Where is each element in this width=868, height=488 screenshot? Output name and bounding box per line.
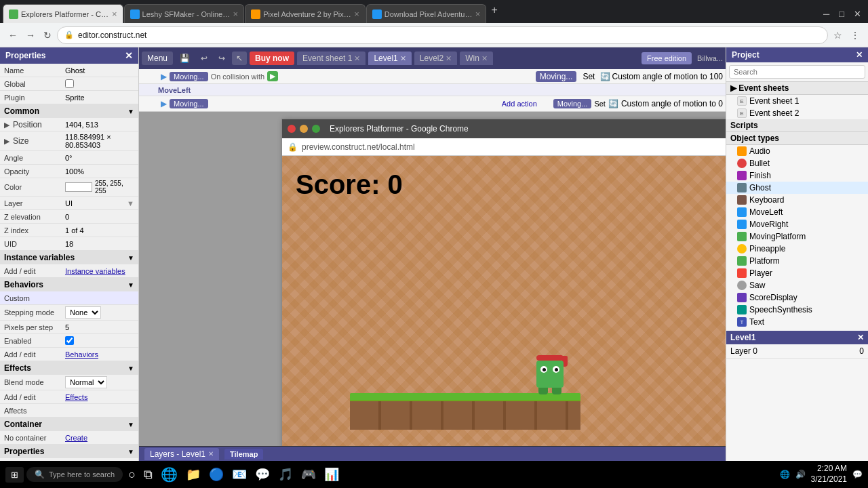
moving-badge-action[interactable]: Moving... (536, 71, 577, 82)
blend-mode-select[interactable]: Normal (65, 376, 107, 388)
browser-more[interactable]: ⋮ (848, 28, 863, 42)
window-min-btn[interactable] (300, 125, 308, 133)
instance-variables-link[interactable]: Instance variables (65, 267, 134, 275)
toolbar-pointer[interactable]: ↖ (232, 52, 247, 65)
effects-section[interactable]: Effects ▼ (0, 361, 138, 375)
free-edition-button[interactable]: Free edition (642, 52, 692, 64)
taskbar-app-8[interactable]: 📊 (321, 466, 342, 483)
color-swatch[interactable] (65, 182, 92, 192)
event-sheets-section[interactable]: ▶ Event sheets (726, 82, 868, 95)
win-tab-close[interactable]: ✕ (481, 54, 488, 63)
tree-player[interactable]: Player (726, 267, 868, 279)
toolbar-undo[interactable]: ↩ (197, 52, 212, 65)
collision-sprite[interactable]: ▶ (267, 71, 278, 81)
moving-badge-3[interactable]: Moving... (553, 99, 592, 108)
taskbar-app-4[interactable]: 📧 (229, 466, 250, 483)
project-search-input[interactable] (729, 65, 865, 79)
taskbar-edge[interactable]: 🔵 (206, 466, 226, 483)
level1-panel-close[interactable]: ✕ (857, 333, 864, 342)
browser-tab-1[interactable]: Leshy SFMaker - Online Sound ... × (124, 4, 245, 23)
taskbar-app-5[interactable]: 💬 (252, 466, 273, 483)
tree-bullet[interactable]: Bullet (726, 157, 868, 169)
tree-ghost[interactable]: Ghost (726, 182, 868, 194)
tab-level1[interactable]: Level1 ✕ (368, 52, 411, 65)
moving-badge-1[interactable]: Moving... (170, 72, 208, 81)
buy-now-button[interactable]: Buy now (250, 52, 294, 65)
window-max-btn[interactable] (312, 125, 320, 133)
browser-back[interactable]: ← (5, 28, 20, 42)
layer-dropdown-icon[interactable]: ▼ (127, 199, 134, 207)
layers-tab[interactable]: Layers - Level1 ✕ (144, 448, 219, 460)
tab-close-3[interactable]: × (475, 9, 481, 19)
taskbar-network-icon[interactable]: 🌐 (780, 470, 790, 479)
browser-maximize[interactable]: □ (835, 7, 848, 20)
taskbar-start-button[interactable]: ⊞ (5, 467, 24, 483)
behaviors-section[interactable]: Behaviors ▼ (0, 278, 138, 291)
scripts-section[interactable]: Scripts (726, 119, 868, 132)
browser-minimize[interactable]: ─ (819, 7, 833, 20)
level1-tab-close[interactable]: ✕ (400, 54, 406, 63)
window-close-btn[interactable] (288, 125, 296, 133)
taskbar-task-view[interactable]: ⧉ (141, 466, 155, 483)
taskbar-notification-icon[interactable]: 💬 (852, 470, 863, 479)
taskbar-app-6[interactable]: 🎵 (275, 466, 296, 483)
browser-forward[interactable]: → (23, 28, 38, 42)
ide-menu-button[interactable]: Menu (142, 52, 173, 65)
tree-moveleft[interactable]: MoveLeft (726, 206, 868, 218)
taskbar-file-explorer[interactable]: 📁 (183, 466, 203, 483)
taskbar-cortana[interactable]: ○ (125, 466, 138, 483)
tab-close-1[interactable]: × (233, 9, 239, 19)
toolbar-save[interactable]: 💾 (176, 52, 194, 65)
tilemap-tab[interactable]: Tilemap (224, 449, 263, 460)
tab-close-0[interactable]: × (112, 9, 117, 19)
taskbar-search-button[interactable]: 🔍 Type here to search (26, 467, 123, 482)
tree-speechsynthesis[interactable]: SpeechSynthesis (726, 304, 868, 316)
tree-event-sheet-1[interactable]: E Event sheet 1 (726, 95, 868, 107)
common-section[interactable]: Common ▼ (0, 104, 138, 118)
tab-close-2[interactable]: × (354, 9, 359, 19)
size-expand-icon[interactable]: ▶ (4, 137, 9, 145)
tree-finish[interactable]: Finish (726, 169, 868, 182)
level2-tab-close[interactable]: ✕ (446, 54, 452, 63)
browser-reload[interactable]: ↻ (41, 28, 54, 42)
stepping-mode-select[interactable]: None (65, 306, 101, 319)
tab-level2[interactable]: Level2 ✕ (414, 52, 457, 65)
moving-badge-2[interactable]: Moving... (170, 99, 208, 108)
browser-tab-2[interactable]: Pixel Adventure 2 by Pixel Frog × (245, 4, 366, 23)
tree-platform[interactable]: Platform (726, 255, 868, 267)
create-link[interactable]: Create (65, 434, 134, 442)
layers-tab-close[interactable]: ✕ (208, 450, 214, 458)
tree-text[interactable]: T Text (726, 316, 868, 328)
add-action-link[interactable]: Add action (502, 100, 537, 108)
tree-keyboard[interactable]: Keyboard (726, 194, 868, 206)
event-sheet-tab-close[interactable]: ✕ (354, 54, 360, 63)
tab-win[interactable]: Win ✕ (460, 52, 493, 65)
tab-event-sheet-1[interactable]: Event sheet 1 ✕ (297, 52, 366, 65)
taskbar-app-7[interactable]: 🎮 (298, 466, 319, 483)
global-checkbox[interactable] (65, 79, 74, 88)
taskbar-chrome[interactable]: 🌐 (158, 465, 180, 484)
new-tab-button[interactable]: + (487, 4, 501, 16)
tree-event-sheet-2[interactable]: E Event sheet 2 (726, 107, 868, 119)
tree-saw[interactable]: Saw (726, 279, 868, 291)
position-expand-icon[interactable]: ▶ (4, 121, 9, 129)
effects-link[interactable]: Effects (65, 393, 134, 401)
tree-audio[interactable]: Audio (726, 145, 868, 157)
tree-scoredisplay[interactable]: ScoreDisplay (726, 291, 868, 304)
enabled-checkbox[interactable] (65, 336, 74, 345)
tree-pineapple[interactable]: Pineapple (726, 243, 868, 255)
toolbar-redo[interactable]: ↪ (214, 52, 229, 65)
game-canvas[interactable]: Score: 0 (282, 156, 726, 446)
taskbar-volume-icon[interactable]: 🔊 (795, 470, 806, 479)
browser-tab-0[interactable]: Explorers Platformer - Constr... × (3, 4, 123, 23)
properties-section[interactable]: Properties ▼ (0, 445, 138, 458)
properties-close[interactable]: ✕ (125, 50, 133, 61)
tree-movingplatform[interactable]: MovingPlatform (726, 230, 868, 243)
behaviors-link[interactable]: Behaviors (65, 350, 134, 359)
container-section[interactable]: Container ▼ (0, 418, 138, 431)
browser-close[interactable]: ✕ (850, 7, 865, 20)
browser-tab-3[interactable]: Download Pixel Adventure 2 by ... × (366, 4, 487, 23)
project-close[interactable]: ✕ (856, 50, 863, 60)
object-types-section[interactable]: Object types (726, 132, 868, 145)
instance-vars-section[interactable]: Instance variables ▼ (0, 251, 138, 264)
